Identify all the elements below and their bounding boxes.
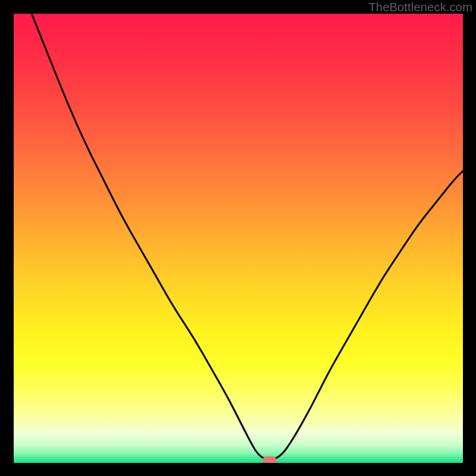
watermark-text: TheBottleneck.com: [368, 1, 472, 14]
bottleneck-curve: [14, 14, 463, 463]
plot-area: [14, 14, 463, 463]
chart-stage: TheBottleneck.com: [0, 0, 476, 476]
optimal-marker: [262, 456, 277, 463]
